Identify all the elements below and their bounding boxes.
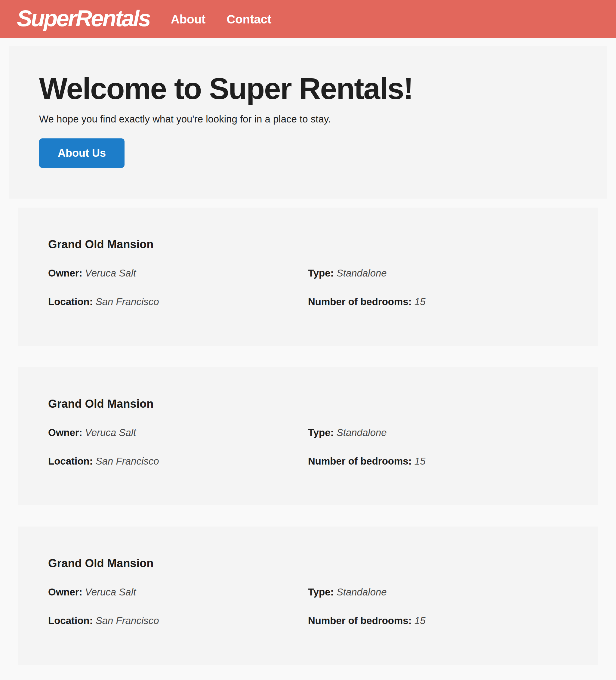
navbar: SuperRentals About Contact (0, 0, 616, 38)
bedrooms-value: 15 (414, 615, 426, 626)
rental-details: Owner: Veruca Salt Type: Standalone Loca… (48, 586, 568, 627)
rental-bedrooms: Number of bedrooms: 15 (308, 296, 568, 308)
rental-title: Grand Old Mansion (48, 397, 568, 411)
location-label: Location: (48, 296, 93, 307)
type-value: Standalone (336, 427, 387, 438)
owner-label: Owner: (48, 587, 82, 598)
nav-link-contact[interactable]: Contact (227, 13, 271, 25)
rentals-list: Grand Old Mansion Owner: Veruca Salt Typ… (0, 208, 616, 665)
nav-link-about[interactable]: About (171, 13, 206, 25)
rental-type: Type: Standalone (308, 586, 568, 598)
rental-type: Type: Standalone (308, 427, 568, 439)
nav-links: About Contact (171, 13, 271, 25)
rental-title: Grand Old Mansion (48, 238, 568, 252)
about-us-button[interactable]: About Us (39, 138, 124, 168)
location-value: San Francisco (96, 456, 159, 467)
bedrooms-label: Number of bedrooms: (308, 456, 412, 467)
owner-label: Owner: (48, 427, 82, 438)
type-value: Standalone (336, 267, 387, 279)
rental-owner: Owner: Veruca Salt (48, 586, 308, 598)
bedrooms-label: Number of bedrooms: (308, 296, 412, 307)
owner-value: Veruca Salt (85, 587, 136, 598)
type-label: Type: (308, 427, 334, 438)
owner-value: Veruca Salt (85, 427, 136, 438)
rental-card: Grand Old Mansion Owner: Veruca Salt Typ… (18, 367, 598, 505)
location-label: Location: (48, 615, 93, 626)
owner-value: Veruca Salt (85, 267, 136, 279)
owner-label: Owner: (48, 267, 82, 279)
location-value: San Francisco (96, 615, 159, 626)
rental-owner: Owner: Veruca Salt (48, 427, 308, 439)
rental-owner: Owner: Veruca Salt (48, 267, 308, 279)
rental-card: Grand Old Mansion Owner: Veruca Salt Typ… (18, 527, 598, 665)
rental-bedrooms: Number of bedrooms: 15 (308, 615, 568, 627)
rental-card: Grand Old Mansion Owner: Veruca Salt Typ… (18, 208, 598, 346)
rental-location: Location: San Francisco (48, 615, 308, 627)
rental-location: Location: San Francisco (48, 296, 308, 308)
page-title: Welcome to Super Rentals! (39, 72, 577, 105)
rental-bedrooms: Number of bedrooms: 15 (308, 455, 568, 467)
rental-details: Owner: Veruca Salt Type: Standalone Loca… (48, 267, 568, 308)
bedrooms-value: 15 (414, 296, 426, 307)
bedrooms-label: Number of bedrooms: (308, 615, 412, 626)
location-value: San Francisco (96, 296, 159, 307)
rental-details: Owner: Veruca Salt Type: Standalone Loca… (48, 427, 568, 467)
rental-location: Location: San Francisco (48, 455, 308, 467)
logo[interactable]: SuperRentals (17, 7, 150, 32)
rental-title: Grand Old Mansion (48, 557, 568, 570)
rental-type: Type: Standalone (308, 267, 568, 279)
type-value: Standalone (336, 587, 387, 598)
type-label: Type: (308, 587, 334, 598)
location-label: Location: (48, 456, 93, 467)
hero-jumbotron: Welcome to Super Rentals! We hope you fi… (9, 46, 607, 199)
bedrooms-value: 15 (414, 456, 426, 467)
hero-subtitle: We hope you find exactly what you're loo… (39, 112, 577, 126)
type-label: Type: (308, 267, 334, 279)
